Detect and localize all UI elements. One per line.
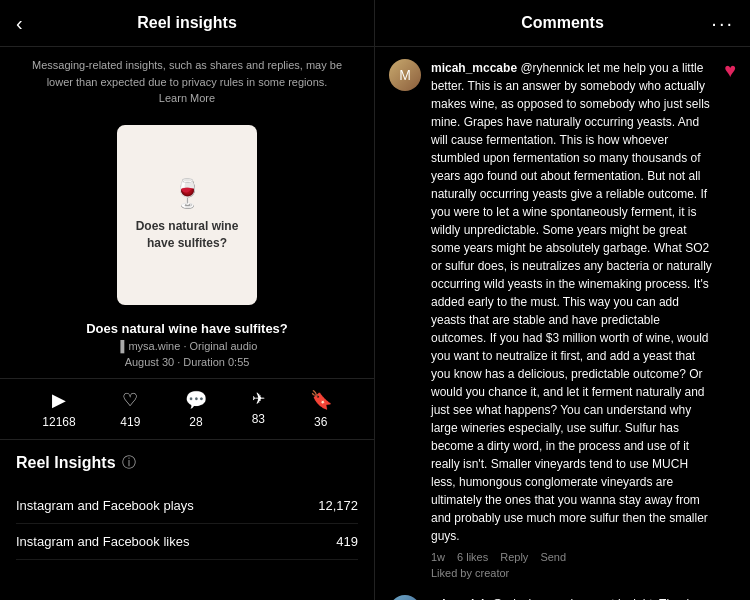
wine-icon: 🍷 (170, 177, 205, 210)
video-card: 🍷 Does natural wine have sulfites? (117, 125, 257, 305)
info-icon[interactable]: ⓘ (122, 454, 136, 472)
reply-button-micah[interactable]: Reply (500, 551, 528, 563)
comment-content-ryan: ryhennick @micah_mccabe great insight. T… (431, 595, 712, 600)
heart-container-ryan[interactable]: ♡ (722, 595, 736, 600)
shares-value: 83 (252, 412, 265, 426)
saves-value: 36 (314, 415, 327, 429)
heart-container-micah[interactable]: ♥ (724, 59, 736, 82)
comment-ryan: R ryhennick @micah_mccabe great insight.… (389, 595, 736, 600)
avatar-ryan: R (389, 595, 421, 600)
left-panel: ‹ Reel insights Messaging-related insigh… (0, 0, 375, 600)
audio-icon: ▐ (117, 340, 125, 352)
comment-likes-micah[interactable]: 6 likes (457, 551, 488, 563)
video-card-text: Does natural wine have sulfites? (117, 218, 257, 252)
insight-plays-label: Instagram and Facebook plays (16, 498, 194, 513)
stats-row: ▶ 12168 ♡ 419 💬 28 ✈ 83 🔖 36 (0, 378, 374, 440)
comment-body-micah: @ryhennick let me help you a little bett… (431, 61, 712, 543)
insight-row-plays: Instagram and Facebook plays 12,172 (16, 488, 358, 524)
right-panel: Comments ··· M micah_mccabe @ryhennick l… (375, 0, 750, 600)
reel-insights-header: Reel Insights ⓘ (16, 454, 358, 472)
insight-row-likes: Instagram and Facebook likes 419 (16, 524, 358, 560)
more-options-icon[interactable]: ··· (711, 12, 734, 35)
send-button-micah[interactable]: Send (540, 551, 566, 563)
reel-insights-section-title: Reel Insights (16, 454, 116, 472)
stat-shares: ✈ 83 (252, 389, 265, 429)
back-icon[interactable]: ‹ (16, 12, 23, 35)
comment-actions-micah: 1w 6 likes Reply Send (431, 551, 714, 563)
likes-icon: ♡ (122, 389, 138, 411)
insight-likes-value: 419 (336, 534, 358, 549)
insight-plays-value: 12,172 (318, 498, 358, 513)
plays-icon: ▶ (52, 389, 66, 411)
stat-plays: ▶ 12168 (42, 389, 75, 429)
heart-icon-micah[interactable]: ♥ (724, 59, 736, 81)
shares-icon: ✈ (252, 389, 265, 408)
right-header: Comments ··· (375, 0, 750, 47)
comments-header-title: Comments (521, 14, 604, 32)
comment-text-micah: micah_mccabe @ryhennick let me help you … (431, 59, 714, 545)
left-header: ‹ Reel insights (0, 0, 374, 47)
comment-text-ryan: ryhennick @micah_mccabe great insight. T… (431, 595, 712, 600)
plays-value: 12168 (42, 415, 75, 429)
comments-area[interactable]: M micah_mccabe @ryhennick let me help yo… (375, 47, 750, 600)
insight-likes-label: Instagram and Facebook likes (16, 534, 189, 549)
stat-likes: ♡ 419 (120, 389, 140, 429)
video-meta: ▐ mysa.wine · Original audio (117, 338, 258, 354)
video-date: August 30 · Duration 0:55 (125, 354, 250, 378)
comments-icon: 💬 (185, 389, 207, 411)
comment-micah: M micah_mccabe @ryhennick let me help yo… (389, 59, 736, 579)
privacy-notice: Messaging-related insights, such as shar… (0, 47, 374, 117)
video-title: Does natural wine have sulfites? (66, 313, 308, 338)
comment-content-micah: micah_mccabe @ryhennick let me help you … (431, 59, 714, 579)
reel-insights-section: Reel Insights ⓘ Instagram and Facebook p… (0, 440, 374, 574)
left-header-title: Reel insights (137, 14, 237, 32)
comments-value: 28 (189, 415, 202, 429)
comment-username-micah[interactable]: micah_mccabe (431, 61, 517, 75)
stat-comments: 💬 28 (185, 389, 207, 429)
stat-saves: 🔖 36 (310, 389, 332, 429)
liked-by-creator-micah: Liked by creator (431, 567, 714, 579)
comment-time-micah: 1w (431, 551, 445, 563)
likes-value: 419 (120, 415, 140, 429)
learn-more-link[interactable]: Learn More (20, 90, 354, 107)
saves-icon: 🔖 (310, 389, 332, 411)
avatar-micah: M (389, 59, 421, 91)
